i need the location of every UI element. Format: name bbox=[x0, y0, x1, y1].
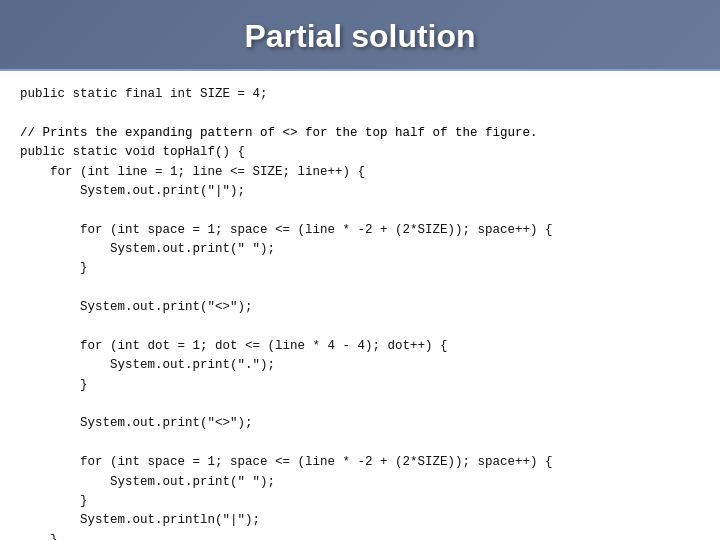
code-line15: } bbox=[20, 378, 88, 392]
code-line18 bbox=[20, 436, 28, 450]
slide-title: Partial solution bbox=[244, 18, 475, 54]
code-line9: } bbox=[20, 261, 88, 275]
code-block: public static final int SIZE = 4; // Pri… bbox=[20, 85, 700, 540]
code-line6 bbox=[20, 203, 28, 217]
code-line14: System.out.print("."); bbox=[20, 358, 275, 372]
code-line23: } bbox=[20, 533, 58, 540]
code-line11: System.out.print("<>"); bbox=[20, 300, 253, 314]
code-line10 bbox=[20, 281, 28, 295]
page-number: 75 bbox=[682, 509, 702, 530]
code-line5: System.out.print("|"); bbox=[20, 184, 245, 198]
code-line12 bbox=[20, 320, 28, 334]
content-area: public static final int SIZE = 4; // Pri… bbox=[0, 71, 720, 540]
code-line1: public static final int SIZE = 4; bbox=[20, 87, 268, 101]
title-bar: Partial solution bbox=[0, 0, 720, 71]
code-line4: for (int line = 1; line <= SIZE; line++)… bbox=[20, 165, 365, 179]
code-line20: System.out.print(" "); bbox=[20, 475, 275, 489]
code-line13: for (int dot = 1; dot <= (line * 4 - 4);… bbox=[20, 339, 448, 353]
code-line17: System.out.print("<>"); bbox=[20, 416, 253, 430]
code-line2 bbox=[20, 106, 28, 120]
code-line7: for (int space = 1; space <= (line * -2 … bbox=[20, 223, 553, 237]
code-line3: public static void topHalf() { bbox=[20, 145, 245, 159]
code-line16 bbox=[20, 397, 28, 411]
code-line8: System.out.print(" "); bbox=[20, 242, 275, 256]
code-line21: } bbox=[20, 494, 88, 508]
code-line19: for (int space = 1; space <= (line * -2 … bbox=[20, 455, 553, 469]
code-comment: // Prints the expanding pattern of <> fo… bbox=[20, 126, 538, 140]
code-line22: System.out.println("|"); bbox=[20, 513, 260, 527]
